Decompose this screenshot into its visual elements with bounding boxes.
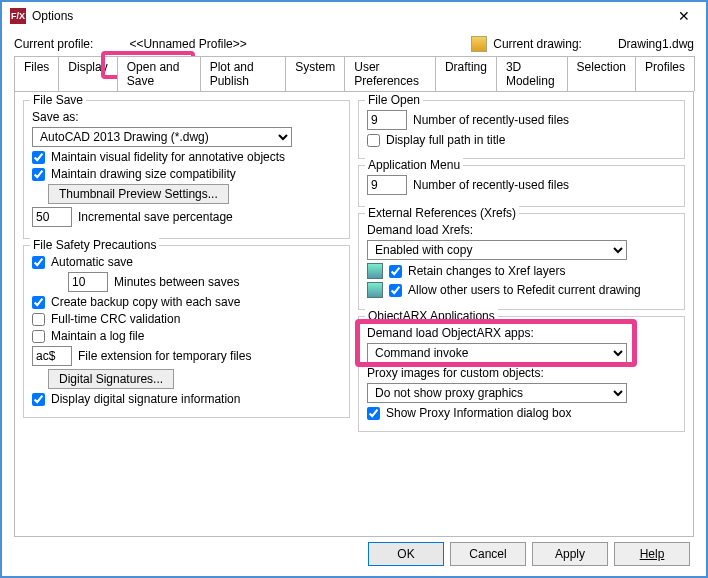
chk-full-path[interactable]: [367, 134, 380, 147]
lbl-backup: Create backup copy with each save: [51, 295, 240, 309]
tab-system[interactable]: System: [285, 56, 345, 91]
footer-buttons: OK Cancel Apply Help: [368, 542, 690, 566]
right-column: File Open Number of recently-used files …: [358, 100, 685, 528]
group-title: File Save: [30, 93, 86, 107]
drawing-icon: [471, 36, 487, 52]
titlebar: F/X Options ✕: [2, 2, 706, 30]
chk-retain-xref[interactable]: [389, 265, 402, 278]
cancel-button[interactable]: Cancel: [450, 542, 526, 566]
lbl-digital-info: Display digital signature information: [51, 392, 240, 406]
digital-signatures-button[interactable]: Digital Signatures...: [48, 369, 174, 389]
lbl-show-proxy: Show Proxy Information dialog box: [386, 406, 571, 420]
chk-digital-info[interactable]: [32, 393, 45, 406]
chk-size-compat[interactable]: [32, 168, 45, 181]
close-button[interactable]: ✕: [670, 6, 698, 26]
app-recent-label: Number of recently-used files: [413, 178, 569, 192]
chk-visual-fidelity[interactable]: [32, 151, 45, 164]
demand-arx-label: Demand load ObjectARX apps:: [367, 326, 534, 340]
proxy-label: Proxy images for custom objects:: [367, 366, 544, 380]
group-app-menu: Application Menu Number of recently-used…: [358, 165, 685, 207]
options-dialog: F/X Options ✕ Current profile: <<Unnamed…: [0, 0, 708, 578]
chk-log[interactable]: [32, 330, 45, 343]
recent-files-input[interactable]: [367, 110, 407, 130]
temp-ext-label: File extension for temporary files: [78, 349, 251, 363]
save-as-label: Save as:: [32, 110, 79, 124]
profile-value: <<Unnamed Profile>>: [129, 37, 246, 51]
thumbnail-settings-button[interactable]: Thumbnail Preview Settings...: [48, 184, 229, 204]
lbl-size-compat: Maintain drawing size compatibility: [51, 167, 236, 181]
lbl-auto-save: Automatic save: [51, 255, 133, 269]
proxy-select[interactable]: Do not show proxy graphics: [367, 383, 627, 403]
window-title: Options: [32, 9, 670, 23]
demand-xrefs-select[interactable]: Enabled with copy: [367, 240, 627, 260]
help-button[interactable]: Help: [614, 542, 690, 566]
drawing-value: Drawing1.dwg: [618, 37, 694, 51]
incremental-save-input[interactable]: [32, 207, 72, 227]
incremental-save-label: Incremental save percentage: [78, 210, 233, 224]
lbl-full-path: Display full path in title: [386, 133, 505, 147]
ok-button[interactable]: OK: [368, 542, 444, 566]
group-title: ObjectARX Applications: [365, 309, 498, 323]
xref-icon: [367, 263, 383, 279]
auto-save-minutes-label: Minutes between saves: [114, 275, 239, 289]
group-file-open: File Open Number of recently-used files …: [358, 100, 685, 159]
tab-display[interactable]: Display: [58, 56, 117, 91]
tab-open-and-save[interactable]: Open and Save: [117, 56, 201, 91]
left-column: File Save Save as: AutoCAD 2013 Drawing …: [23, 100, 350, 528]
app-icon: F/X: [10, 8, 26, 24]
tab-3d-modeling[interactable]: 3D Modeling: [496, 56, 568, 91]
recent-files-label: Number of recently-used files: [413, 113, 569, 127]
refedit-icon: [367, 282, 383, 298]
lbl-crc: Full-time CRC validation: [51, 312, 180, 326]
chk-auto-save[interactable]: [32, 256, 45, 269]
chk-backup[interactable]: [32, 296, 45, 309]
group-safety: File Safety Precautions Automatic save M…: [23, 245, 350, 418]
app-recent-input[interactable]: [367, 175, 407, 195]
tab-profiles[interactable]: Profiles: [635, 56, 695, 91]
group-title: File Open: [365, 93, 423, 107]
apply-button[interactable]: Apply: [532, 542, 608, 566]
lbl-allow-refedit: Allow other users to Refedit current dra…: [408, 283, 641, 297]
tab-drafting[interactable]: Drafting: [435, 56, 497, 91]
demand-xrefs-label: Demand load Xrefs:: [367, 223, 473, 237]
group-title: Application Menu: [365, 158, 463, 172]
save-as-select[interactable]: AutoCAD 2013 Drawing (*.dwg): [32, 127, 292, 147]
group-xrefs: External References (Xrefs) Demand load …: [358, 213, 685, 310]
tab-selection[interactable]: Selection: [567, 56, 636, 91]
content-area: File Save Save as: AutoCAD 2013 Drawing …: [14, 91, 694, 537]
group-title: External References (Xrefs): [365, 206, 519, 220]
drawing-label: Current drawing:: [493, 37, 582, 51]
lbl-visual-fidelity: Maintain visual fidelity for annotative …: [51, 150, 285, 164]
lbl-log: Maintain a log file: [51, 329, 144, 343]
tab-plot-publish[interactable]: Plot and Publish: [200, 56, 287, 91]
chk-crc[interactable]: [32, 313, 45, 326]
group-file-save: File Save Save as: AutoCAD 2013 Drawing …: [23, 100, 350, 239]
temp-ext-input[interactable]: [32, 346, 72, 366]
tab-user-prefs[interactable]: User Preferences: [344, 56, 436, 91]
chk-allow-refedit[interactable]: [389, 284, 402, 297]
demand-arx-select[interactable]: Command invoke: [367, 343, 627, 363]
group-arx: ObjectARX Applications Demand load Objec…: [358, 316, 685, 432]
chk-show-proxy[interactable]: [367, 407, 380, 420]
profile-label: Current profile:: [14, 37, 93, 51]
group-title: File Safety Precautions: [30, 238, 159, 252]
header-row: Current profile: <<Unnamed Profile>> Cur…: [2, 30, 706, 56]
lbl-retain-xref: Retain changes to Xref layers: [408, 264, 565, 278]
tab-files[interactable]: Files: [14, 56, 59, 91]
tab-strip: Files Display Open and Save Plot and Pub…: [2, 56, 706, 91]
auto-save-minutes-input[interactable]: [68, 272, 108, 292]
